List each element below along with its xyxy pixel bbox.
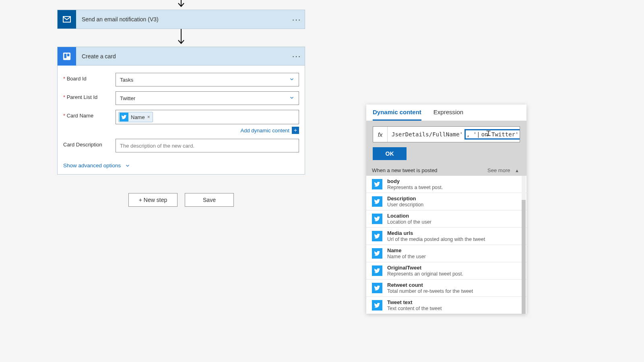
step-title: Send an email notification (V3) [76, 16, 289, 23]
scrollbar-thumb[interactable] [522, 200, 526, 314]
dynamic-item-desc: Text content of the tweet [387, 306, 442, 311]
expression-text-left: JserDetails/FullName' [392, 131, 463, 138]
field-label-card-description: Card Description [63, 139, 116, 148]
step-send-email[interactable]: Send an email notification (V3) ··· [57, 10, 305, 29]
card-description-input[interactable]: The description of the new card. [116, 139, 299, 152]
twitter-icon [120, 113, 128, 121]
mail-icon [58, 10, 76, 29]
dynamic-item[interactable]: Retweet countTotal number of re-tweets f… [366, 280, 526, 297]
expression-highlight-box: , '|on Twitter') [464, 129, 520, 140]
twitter-icon [372, 214, 382, 224]
see-more-link[interactable]: See more [487, 167, 510, 173]
chevron-down-icon [289, 76, 295, 83]
dynamic-token-name[interactable]: Name × [118, 112, 153, 122]
dynamic-item-title: Location [387, 213, 431, 219]
step-header[interactable]: Create a card ··· [58, 47, 305, 66]
new-step-button[interactable]: + New step [128, 193, 178, 207]
dynamic-section-header: When a new tweet is posted See more ▲ [366, 165, 526, 176]
dynamic-section-title: When a new tweet is posted [372, 167, 438, 173]
step-menu-button[interactable]: ··· [289, 51, 305, 61]
dynamic-item-title: Media urls [387, 230, 485, 236]
token-label: Name [131, 114, 145, 120]
dynamic-item-title: Description [387, 195, 423, 202]
dynamic-item[interactable]: OriginalTweetRepresents an original twee… [366, 262, 526, 280]
dynamic-item-title: Tweet text [387, 299, 442, 305]
caret-up-icon[interactable]: ▲ [515, 168, 519, 173]
dynamic-item[interactable]: Tweet textText content of the tweet [366, 297, 526, 314]
dynamic-item[interactable]: bodyRepresents a tweet post. [366, 176, 526, 193]
dynamic-item-title: OriginalTweet [387, 265, 463, 271]
dynamic-item[interactable]: DescriptionUser description [366, 193, 526, 210]
dynamic-item-desc: Location of the user [387, 219, 431, 225]
flow-arrow-icon [0, 0, 362, 10]
dynamic-item-desc: Url of the media posted along with the t… [387, 237, 485, 242]
dynamic-item-desc: User description [387, 202, 423, 208]
trello-icon [58, 47, 76, 66]
add-dynamic-content-link[interactable]: Add dynamic content [241, 128, 289, 134]
add-dynamic-content-icon[interactable]: ＋ [292, 127, 299, 134]
dynamic-item-title: Retweet count [387, 282, 473, 288]
dynamic-item[interactable]: LocationLocation of the user [366, 210, 526, 228]
twitter-icon [372, 248, 382, 259]
field-label-parent-list-id: Parent List Id [63, 91, 116, 100]
tab-expression[interactable]: Expression [433, 109, 463, 121]
dynamic-item-desc: Represents a tweet post. [387, 185, 443, 190]
dynamic-content-list: bodyRepresents a tweet post.DescriptionU… [366, 176, 526, 314]
card-description-placeholder: The description of the new card. [120, 143, 194, 149]
chevron-down-icon [125, 163, 130, 169]
dynamic-item-desc: Total number of re-tweets for the tweet [387, 288, 473, 294]
step-title: Create a card [76, 53, 289, 60]
step-create-card: Create a card ··· Board Id Tasks Parent … [57, 47, 305, 175]
field-label-board-id: Board Id [63, 73, 116, 82]
flow-arrow-icon [0, 29, 362, 47]
dynamic-item[interactable]: NameName of the user [366, 245, 526, 262]
twitter-icon [372, 300, 382, 311]
tab-dynamic-content[interactable]: Dynamic content [373, 109, 421, 121]
card-name-input[interactable]: Name × [116, 110, 299, 124]
dynamic-item-title: Name [387, 247, 426, 253]
dynamic-item[interactable]: Media urlsUrl of the media posted along … [366, 228, 526, 245]
twitter-icon [372, 283, 382, 293]
show-advanced-options-link[interactable]: Show advanced options [63, 162, 130, 169]
dynamic-item-desc: Represents an original tweet post. [387, 271, 463, 277]
svg-rect-3 [63, 52, 70, 60]
parent-list-value: Twitter [120, 95, 135, 101]
twitter-icon [372, 179, 382, 189]
svg-rect-5 [67, 53, 70, 56]
twitter-icon [372, 231, 382, 241]
save-button[interactable]: Save [185, 193, 234, 207]
step-menu-button[interactable]: ··· [289, 15, 305, 24]
dynamic-item-title: body [387, 178, 443, 184]
fx-icon: fx [373, 127, 388, 142]
twitter-icon [372, 265, 382, 276]
twitter-icon [372, 196, 382, 207]
dynamic-content-panel: Dynamic content Expression fx JserDetail… [366, 105, 526, 314]
board-id-value: Tasks [120, 77, 133, 83]
ok-button[interactable]: OK [373, 147, 407, 160]
board-id-select[interactable]: Tasks [116, 73, 299, 86]
show-advanced-label: Show advanced options [63, 162, 121, 169]
token-remove-button[interactable]: × [147, 114, 150, 120]
chevron-down-icon [289, 95, 295, 102]
field-label-card-name: Card Name [63, 110, 116, 119]
svg-rect-4 [64, 53, 67, 58]
parent-list-id-select[interactable]: Twitter [116, 91, 299, 105]
expression-input[interactable]: fx JserDetails/FullName' , '|on Twitter'… [373, 126, 520, 142]
dynamic-item-desc: Name of the user [387, 254, 426, 259]
